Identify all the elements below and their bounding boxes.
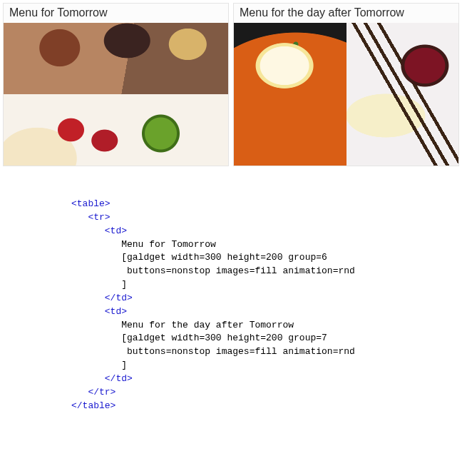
menu-cell-day-after: Menu for the day after Tomorrow xyxy=(233,3,459,166)
code-text: Menu for Tomorrow xyxy=(121,239,216,250)
code-example: <table> <tr> <td> Menu for Tomorrow [gal… xyxy=(0,169,462,435)
code-text: ] xyxy=(121,279,127,290)
menu-title-tomorrow: Menu for Tomorrow xyxy=(4,4,228,23)
food-image-bbq-tray xyxy=(4,23,228,94)
code-text: Menu for the day after Tomorrow xyxy=(121,320,294,330)
code-tag: </td> xyxy=(105,293,133,303)
code-tag: <td> xyxy=(105,226,127,236)
code-tag: </td> xyxy=(105,373,133,384)
code-text: buttons=nonstop images=fill animation=rn… xyxy=(121,265,355,276)
code-tag: </tr> xyxy=(88,387,115,397)
food-image-dessert-plate xyxy=(346,23,459,166)
code-tag: <table> xyxy=(71,198,111,209)
food-image-fruit-dessert xyxy=(4,94,228,166)
code-tag: <tr> xyxy=(88,212,110,223)
menu-row: Menu for Tomorrow Menu for the day after… xyxy=(0,0,462,169)
code-text: [galdget width=300 height=200 group=6 xyxy=(121,252,327,263)
code-text: buttons=nonstop images=fill animation=rn… xyxy=(121,346,355,357)
menu-title-day-after: Menu for the day after Tomorrow xyxy=(234,4,458,23)
code-text: ] xyxy=(121,360,127,370)
food-image-rice-dish xyxy=(234,23,346,166)
menu-gallery-tomorrow[interactable] xyxy=(4,23,228,166)
code-text: [galdget width=300 height=200 group=7 xyxy=(121,333,327,343)
code-block: <table> <tr> <td> Menu for Tomorrow [gal… xyxy=(71,198,462,413)
menu-cell-tomorrow: Menu for Tomorrow xyxy=(3,3,229,166)
menu-gallery-day-after[interactable] xyxy=(234,23,458,166)
code-tag: <td> xyxy=(105,306,127,317)
code-tag: </table> xyxy=(71,400,115,411)
